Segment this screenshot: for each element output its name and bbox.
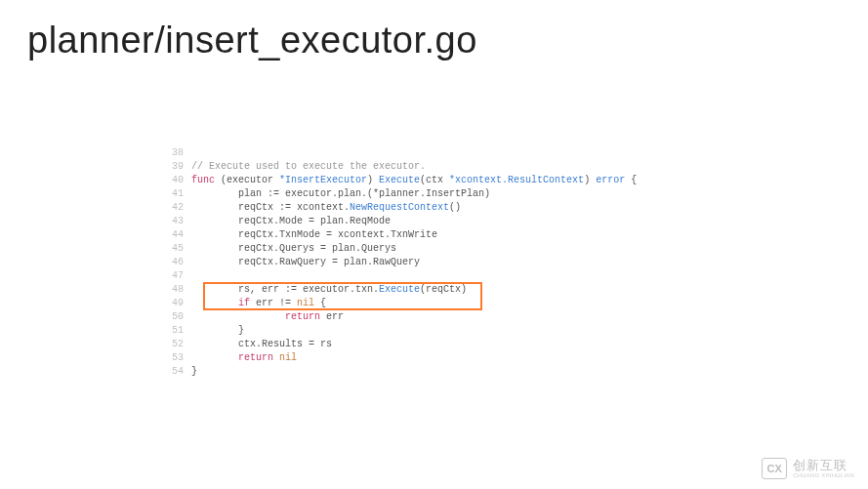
code-line: 54} [166, 365, 674, 379]
code-text [191, 269, 674, 283]
code-line: 49 if err != nil { [166, 297, 674, 310]
code-line: 48 rs, err := executor.txn.Execute(reqCt… [166, 283, 674, 297]
line-number: 49 [166, 297, 191, 310]
code-line: 53 return nil [166, 351, 674, 365]
code-line: 40func (executor *InsertExecutor) Execut… [166, 174, 674, 187]
line-number: 39 [166, 160, 191, 174]
code-text: if err != nil { [191, 297, 674, 310]
line-number: 38 [166, 146, 191, 160]
line-number: 51 [166, 324, 191, 338]
code-line: 44 reqCtx.TxnMode = xcontext.TxnWrite [166, 228, 674, 242]
code-line: 50 return err [166, 310, 674, 324]
line-number: 48 [166, 283, 191, 297]
code-line: 39// Execute used to execute the executo… [166, 160, 674, 174]
page-title: planner/insert_executor.go [0, 0, 868, 61]
line-number: 40 [166, 174, 191, 187]
code-line: 47 [166, 269, 674, 283]
code-text: reqCtx.Querys = plan.Querys [191, 242, 674, 256]
line-number: 54 [166, 365, 191, 379]
code-text: ctx.Results = rs [191, 338, 674, 351]
code-line: 43 reqCtx.Mode = plan.ReqMode [166, 215, 674, 228]
code-line: 46 reqCtx.RawQuery = plan.RawQuery [166, 256, 674, 269]
code-line: 38 [166, 146, 674, 160]
line-number: 43 [166, 215, 191, 228]
watermark-text-en: CHUANG XINHULIAN [793, 472, 854, 478]
code-text: reqCtx.RawQuery = plan.RawQuery [191, 256, 674, 269]
line-number: 45 [166, 242, 191, 256]
line-number: 47 [166, 269, 191, 283]
code-text: rs, err := executor.txn.Execute(reqCtx) [191, 283, 674, 297]
watermark-text-zh: 创新互联 [793, 459, 854, 472]
code-line: 41 plan := executor.plan.(*planner.Inser… [166, 187, 674, 201]
line-number: 44 [166, 228, 191, 242]
code-text: reqCtx.TxnMode = xcontext.TxnWrite [191, 228, 674, 242]
code-text: return nil [191, 351, 674, 365]
line-number: 53 [166, 351, 191, 365]
code-text: func (executor *InsertExecutor) Execute(… [191, 174, 674, 187]
watermark: CX 创新互联 CHUANG XINHULIAN [762, 458, 854, 479]
code-text: } [191, 365, 674, 379]
code-line: 42 reqCtx := xcontext.NewRequestContext(… [166, 201, 674, 215]
line-number: 46 [166, 256, 191, 269]
code-line: 52 ctx.Results = rs [166, 338, 674, 351]
code-text: plan := executor.plan.(*planner.InsertPl… [191, 187, 674, 201]
code-text: return err [191, 310, 674, 324]
code-line: 45 reqCtx.Querys = plan.Querys [166, 242, 674, 256]
line-number: 42 [166, 201, 191, 215]
line-number: 50 [166, 310, 191, 324]
line-number: 41 [166, 187, 191, 201]
code-text: reqCtx := xcontext.NewRequestContext() [191, 201, 674, 215]
watermark-logo-icon: CX [762, 458, 787, 479]
line-number: 52 [166, 338, 191, 351]
code-text: } [191, 324, 674, 338]
code-line: 51 } [166, 324, 674, 338]
code-text: // Execute used to execute the executor. [191, 160, 674, 174]
code-block: 38 39// Execute used to execute the exec… [166, 146, 674, 379]
code-text: reqCtx.Mode = plan.ReqMode [191, 215, 674, 228]
code-text [191, 146, 674, 160]
